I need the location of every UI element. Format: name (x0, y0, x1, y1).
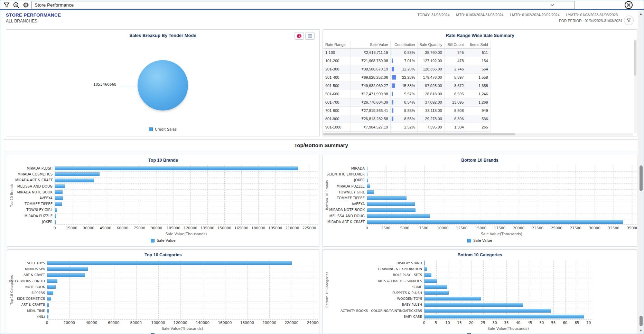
category-label: NOTE BOOK (25, 284, 45, 290)
x-tick-label: 105000 (167, 226, 180, 230)
x-tick-label: 30000 (83, 226, 94, 230)
category-label: PUPPETS & PLUSH (392, 290, 422, 296)
table-row: 101-200₹21,968,739.087.01%127,192.004781… (323, 57, 490, 65)
scroll-up-arrow[interactable]: ▲ (638, 11, 644, 16)
gridline (47, 272, 318, 272)
table-cell: ₹26,813,282.58 (350, 115, 390, 123)
table-cell: 8,595 (444, 90, 466, 98)
table-header-row: Rate RangeSale ValueContributionSale Qua… (323, 41, 490, 48)
x-tick-label: 75000 (134, 226, 145, 230)
table-horizontal-scrollbar[interactable] (323, 133, 633, 136)
bar (424, 279, 437, 283)
bar (367, 166, 367, 170)
table-cell: 29,278.00 (417, 115, 444, 123)
table-cell: 8.54% (390, 98, 417, 106)
gridline (424, 284, 592, 284)
filter-icon[interactable] (2, 1, 11, 9)
legend[interactable]: Sale Value (7, 238, 319, 242)
table-cell: 8.88% (390, 106, 417, 115)
gridline (367, 177, 636, 178)
bar (55, 190, 63, 194)
gridline (55, 183, 318, 184)
legend[interactable]: Credit Sales (6, 127, 319, 131)
scrollbar-thumb[interactable] (323, 133, 515, 135)
legend-label: Sale Value (473, 238, 492, 242)
x-tick-label: 20000 (64, 321, 75, 325)
table-cell: 8,672 (444, 82, 466, 90)
x-tick-label: 0 (366, 226, 368, 230)
scrollbar-thumb[interactable] (634, 40, 636, 76)
table-cell: 0.83% (390, 48, 417, 57)
bar (47, 267, 88, 271)
legend[interactable]: Sale Value (323, 238, 637, 242)
table-cell: 154 (466, 57, 490, 65)
x-tick-label: 240000 (307, 321, 319, 325)
chevron-down-icon (550, 4, 554, 7)
x-tick-label: 25000 (551, 226, 562, 230)
page-title: STORE PERFORMANCE (6, 12, 61, 18)
table-cell: 0.99% (390, 131, 417, 133)
x-tick-label: 22500 (532, 226, 543, 230)
table-vertical-scrollbar[interactable] (634, 39, 637, 133)
category-label: ART & CRAFT (24, 272, 45, 278)
table-cell: 478 (444, 57, 466, 65)
x-tick-label: 40000 (86, 321, 97, 325)
table-view-toggle[interactable] (305, 32, 315, 40)
plot-area (47, 260, 318, 319)
table-cell: 1,658 (466, 82, 490, 90)
category-label: TOWNLEY GIRL (338, 189, 365, 195)
table-cell: 8.55% (390, 115, 417, 123)
table-cell: 7,395.00 (417, 123, 444, 131)
search-analytics-icon[interactable] (12, 1, 20, 9)
date-mtd: MTD: 01/03/2024-31/03/2024 (453, 13, 504, 17)
x-tick-label: 0 (46, 321, 48, 325)
page-vertical-scrollbar[interactable]: ▲ ▼ (638, 11, 644, 334)
table-cell: 1,246 (466, 90, 490, 98)
column-header: Sale Quantity (417, 41, 444, 48)
x-tick-label: 120000 (184, 226, 197, 230)
gridline (55, 177, 318, 178)
plot-area (55, 165, 318, 225)
table-cell: 1,558 (466, 73, 490, 82)
category-label: DISPLAY STAND (396, 260, 422, 266)
table-cell: ₹17,471,999.98 (350, 90, 390, 98)
table-cell: 1,269 (466, 98, 490, 106)
bar (424, 315, 584, 318)
table-cell: ₹7,904,527.19 (350, 123, 390, 131)
pie-view-toggle[interactable] (295, 32, 304, 40)
x-tick-label: 10 (445, 321, 450, 325)
x-tick-label: 60000 (108, 321, 119, 325)
scrollbar-thumb-secondary[interactable] (640, 316, 643, 326)
bar (367, 172, 367, 176)
filter-button[interactable] (624, 16, 634, 25)
report-selector-dropdown[interactable]: Store Performance (31, 1, 575, 9)
category-label: ROLE PLAY - SETS (393, 272, 422, 278)
table-row: 1001-1100₹3,088,063.040.99%2,661.0041710… (323, 131, 490, 133)
bar (367, 196, 407, 200)
x-tick-label: 220000 (284, 321, 298, 325)
category-label: ACTIVITY BOOKS - COLORING/PAINTING/STICK… (340, 308, 422, 314)
column-header: Items Sold (466, 41, 490, 48)
table-cell: ₹21,968,739.08 (350, 57, 390, 65)
table-cell: 22.28% (390, 73, 417, 82)
plot-area (424, 260, 592, 319)
table-cell: 601-700 (323, 98, 350, 106)
x-tick-label: 90000 (151, 226, 162, 230)
bar (47, 303, 49, 307)
scroll-down-arrow[interactable]: ▼ (638, 328, 644, 333)
x-tick-label: 27500 (570, 226, 581, 230)
rate-table-wrap: Rate RangeSale ValueContributionSale Qua… (323, 41, 633, 133)
bar (55, 196, 63, 200)
x-tick-label: 225000 (302, 226, 316, 230)
table-cell: 7.01% (390, 57, 417, 65)
close-button[interactable] (625, 1, 633, 9)
category-label: ART & CRAFTS (21, 302, 45, 307)
date-ranges: TODAY: 31/03/2024MTD: 01/03/2024-31/03/2… (418, 13, 618, 17)
settings-gear-icon[interactable]: ⚙ (22, 1, 30, 9)
x-tick-label: 65 (575, 321, 579, 325)
scrollbar-thumb[interactable] (640, 165, 643, 191)
table-cell: 28,818.00 (417, 90, 444, 98)
bar (367, 179, 368, 182)
table-row: 501-600₹17,471,999.985.57%28,818.008,595… (323, 90, 490, 98)
category-label: MIRADA PUZZLE (337, 183, 365, 189)
